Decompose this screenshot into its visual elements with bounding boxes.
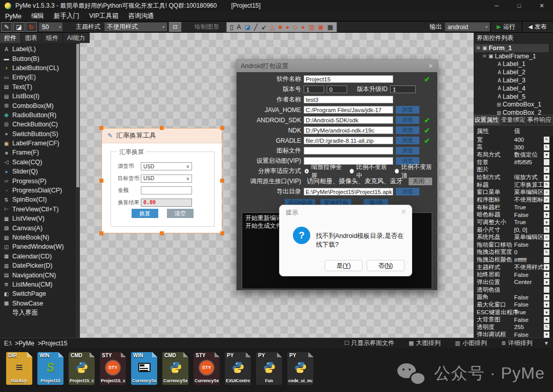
property-row[interactable]: 窗口菜单 菜单编辑区 + (474, 188, 549, 196)
property-edit-button[interactable]: + (544, 197, 549, 203)
view-option[interactable]: ▦ 大图排列 (409, 339, 440, 347)
field-input[interactable]: file:///D:/gradle-8.11-all.zip (304, 137, 393, 144)
property-value[interactable]: 255 (511, 324, 543, 330)
sidebar-scrollbar[interactable] (76, 43, 80, 338)
widget-list-item[interactable]: ≣ ListMenu(CM) (3, 280, 75, 289)
native-api-select[interactable]: 关闭 ▾ (409, 178, 432, 185)
browse-button[interactable]: 浏览 (396, 126, 419, 134)
property-row[interactable]: ESC键退出程序 True ▼ (474, 309, 549, 316)
shape-tool-icon[interactable]: ◪ (245, 24, 250, 30)
property-value[interactable]: True (511, 309, 543, 315)
sidebar-tab[interactable]: 控件 (0, 33, 21, 43)
property-edit-button[interactable]: ▼ (544, 309, 549, 315)
property-scrollbar[interactable] (549, 136, 553, 338)
property-value[interactable]: 菜单编辑区 (511, 188, 543, 196)
property-row[interactable]: 最小尺寸 [0, 0] ✎ (474, 226, 549, 234)
widget-list-item[interactable]: ◖ LabelButton(CL) (3, 63, 75, 73)
field-input[interactable]: USD ∨ (141, 162, 192, 170)
resize-handle[interactable] (99, 179, 103, 183)
widget-list-item[interactable]: ◫ PanedWindow(W) (3, 242, 75, 251)
sidebar-tab[interactable]: 组件 (42, 33, 63, 43)
file-tile[interactable]: PY ≡ S STY EXUIControl (225, 352, 251, 385)
shape-tool-icon[interactable]: ▥ (308, 24, 314, 30)
field-input[interactable]: C:/Program Files/Java/jdk-17 (304, 106, 393, 114)
browse-button[interactable]: 浏览 (396, 188, 419, 195)
property-value[interactable]: [0, 0] (511, 227, 543, 233)
property-row[interactable]: 有标题栏 True ▼ (474, 204, 549, 211)
upgrade-id-input[interactable]: 1 (390, 85, 416, 93)
property-value[interactable]: 数值定位 (511, 151, 543, 159)
export-path-input[interactable]: E:\PyMe\Project15\Project15.apk (304, 188, 393, 195)
tree-expand-icon[interactable]: ⊟ (476, 46, 481, 50)
widget-list-item[interactable]: ☒ CheckButton(C) (3, 120, 75, 129)
property-edit-button[interactable]: ✎ (544, 324, 549, 330)
property-row[interactable]: 拖拽边框颜色 #ffffff (474, 256, 549, 264)
file-tile[interactable]: CMD ≡ S STY CurrencySele (162, 352, 188, 385)
file-tile[interactable]: PY ≡ S STY code_ui_ma (287, 352, 313, 385)
property-edit-button[interactable]: ▼ (544, 219, 549, 225)
menu-item[interactable]: VIP工具箱 (89, 12, 119, 20)
file-tile[interactable]: DIR ≡ S STY BackUp (6, 352, 32, 385)
property-edit-button[interactable]: ▼ (544, 317, 549, 323)
widget-list-item[interactable]: ◧ SwitchPage (3, 289, 75, 298)
close-icon[interactable]: ✕ (401, 208, 407, 215)
property-value[interactable]: False (511, 242, 543, 248)
no-button[interactable]: 否(N) (367, 260, 405, 271)
view-option[interactable]: ▥ 小图排列 (455, 339, 486, 347)
property-edit-button[interactable]: ▼ (544, 301, 549, 308)
tree-expand-icon[interactable]: ⊟ (482, 54, 487, 58)
property-edit-button[interactable] (544, 287, 549, 293)
property-value[interactable]: False (511, 301, 543, 308)
view-option[interactable]: ☐ 只显示界面文件 (344, 339, 394, 347)
file-tile[interactable]: STY ≡ S STY CurrencySele (194, 352, 220, 385)
property-edit-button[interactable]: ✎ (544, 182, 549, 188)
widget-list-item[interactable]: ⇅ SpinBox(CI) (3, 195, 75, 204)
property-edit-button[interactable]: ▼ (544, 279, 549, 285)
property-row[interactable]: 透明度 255 ✎ (474, 323, 549, 331)
selected-form-wrapper[interactable]: ✎ 汇率换算工具 汇率换算 源货币 USD ∨ (101, 128, 222, 233)
widget-list-item[interactable]: A Label(L) (3, 45, 75, 54)
field-input[interactable]: D:/PyMe/android-ndk-r19c (304, 126, 393, 134)
tree-item[interactable]: A Label_2 (475, 68, 549, 76)
property-row[interactable]: 绘制方式 缩放方式 ▼ (474, 173, 549, 181)
shape-tool-icon[interactable]: ▦ (327, 24, 333, 30)
property-value[interactable]: False (511, 294, 543, 300)
tool-button-icon[interactable]: ◪ (13, 22, 25, 32)
widget-list-item[interactable]: ● Slider(Q) (3, 167, 75, 176)
minimize-button[interactable]: ─ (485, 0, 508, 11)
property-value[interactable]: False (511, 212, 543, 218)
form-button[interactable]: 换算 (132, 209, 158, 218)
currency-form[interactable]: ✎ 汇率换算工具 汇率换算 源货币 USD ∨ (102, 128, 222, 233)
breadcrumb[interactable]: E:\ >PyMe >Project15 (4, 340, 67, 347)
run-button[interactable]: ▶ 运行 (490, 21, 521, 32)
resize-handle[interactable] (160, 231, 164, 235)
property-value[interactable]: 300 (511, 144, 543, 150)
resize-handle[interactable] (220, 231, 224, 235)
menu-item[interactable]: 新手入门 (54, 12, 79, 20)
shape-tool-icon[interactable]: △ (270, 24, 274, 30)
widget-list-item[interactable]: ◁ Scale(CQ) (3, 158, 75, 167)
property-row[interactable]: 标题 汇率换算工具 ✎ (474, 181, 549, 189)
field-input[interactable]: D:/Android-SDK/sdk (304, 116, 393, 124)
version-minor-input[interactable]: 0 (327, 85, 347, 93)
property-value[interactable]: 0 (511, 249, 543, 255)
property-value[interactable]: 400 (511, 137, 543, 143)
property-edit-button[interactable] (544, 159, 549, 165)
property-row[interactable]: 高 300 ✎ (474, 144, 549, 151)
dialog-titlebar[interactable]: Android打包设置 ✕ (237, 60, 437, 72)
sidebar-tab[interactable]: AI能力 (63, 33, 90, 43)
form-button[interactable]: 清空 (167, 209, 194, 218)
property-edit-button[interactable]: ▼ (544, 294, 549, 300)
field-input[interactable] (141, 186, 192, 194)
menu-item[interactable]: 编辑 (31, 12, 44, 20)
font-size-input[interactable]: 50 ▾ (39, 23, 62, 31)
chevron-down-icon[interactable]: ▾ (59, 25, 61, 29)
tree-item[interactable]: A Label_1 (475, 60, 549, 69)
property-row[interactable]: 图片 + (474, 166, 549, 174)
property-row[interactable]: 弹出位置 Center ▼ (474, 278, 549, 286)
property-edit-button[interactable]: ▼ (544, 264, 549, 270)
tree-item[interactable]: ⊟ ▣ LabelFrame_1 (475, 52, 549, 60)
property-row[interactable]: 弹出调试框 False ▼ (474, 331, 549, 338)
property-row[interactable]: 拖动窗口移动 False ▼ (474, 241, 549, 249)
widget-list-item[interactable]: ▦ Calendar(CD) (3, 252, 75, 261)
